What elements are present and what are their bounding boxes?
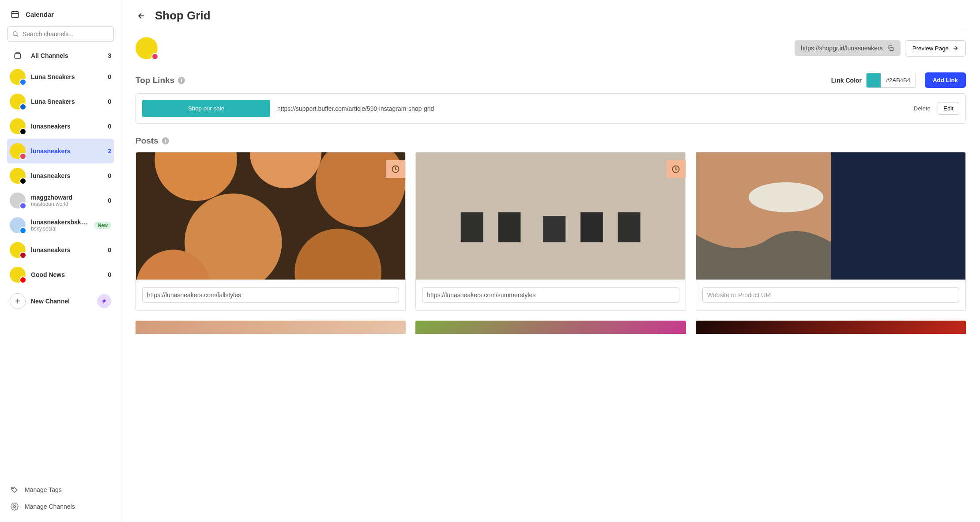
scheduled-badge — [666, 160, 686, 178]
tag-icon — [11, 486, 19, 494]
avatar — [10, 217, 26, 233]
svg-point-7 — [12, 488, 13, 489]
channel-row-active[interactable]: lunasneakers 2 — [7, 139, 114, 163]
avatar — [10, 242, 26, 258]
channel-row[interactable]: Luna Sneakers 0 — [7, 64, 114, 89]
svg-point-28 — [748, 182, 823, 212]
avatar — [10, 143, 26, 159]
svg-point-4 — [13, 32, 17, 36]
post-card[interactable] — [696, 321, 966, 334]
manage-channels-link[interactable]: Manage Channels — [7, 498, 114, 515]
copy-icon — [887, 45, 894, 52]
post-image — [136, 152, 405, 280]
channel-row[interactable]: maggzhoward mastodon.world 0 — [7, 188, 114, 213]
preview-label: Preview Page — [912, 45, 949, 52]
posts-header: Posts i — [136, 136, 966, 146]
info-icon[interactable]: i — [162, 137, 169, 144]
channel-row[interactable]: lunasneakersbsky… bsky.social New — [7, 213, 114, 238]
profile-avatar[interactable] — [136, 37, 158, 59]
post-card[interactable] — [136, 152, 406, 311]
avatar — [10, 69, 26, 85]
search-icon — [12, 30, 19, 38]
mastodon-icon — [19, 202, 26, 209]
post-image — [416, 152, 685, 280]
arrow-right-icon — [952, 45, 958, 51]
top-links-header: Top Links i Link Color #2AB4B4 Add Link — [136, 72, 966, 88]
channel-row[interactable]: lunasneakers 0 — [7, 163, 114, 188]
avatar — [10, 168, 26, 184]
post-card[interactable] — [415, 321, 686, 334]
calendar-link[interactable]: Calendar — [7, 4, 114, 24]
post-card[interactable] — [415, 152, 686, 311]
header: Shop Grid — [136, 9, 966, 29]
facebook-icon — [19, 79, 26, 86]
youtube-icon — [19, 276, 26, 284]
link-url: https://support.buffer.com/article/590-i… — [277, 105, 904, 112]
channels-icon — [10, 51, 26, 60]
post-card[interactable] — [136, 321, 406, 334]
svg-line-5 — [17, 35, 18, 37]
top-links-title: Top Links — [136, 76, 174, 85]
channel-name: maggzhoward — [31, 194, 102, 201]
shop-url: https://shopgr.id/lunasneakers — [801, 45, 883, 52]
svg-rect-27 — [831, 152, 965, 280]
svg-rect-20 — [461, 212, 483, 242]
channel-name: lunasneakers — [31, 148, 102, 155]
channel-name: lunasneakersbsky… — [31, 219, 89, 226]
post-url-input[interactable] — [422, 287, 679, 303]
manage-tags-link[interactable]: Manage Tags — [7, 481, 114, 498]
channel-row[interactable]: lunasneakers 0 — [7, 114, 114, 139]
channel-count: 0 — [108, 197, 111, 204]
channel-row[interactable]: Luna Sneakers 0 — [7, 89, 114, 114]
delete-link-button[interactable]: Delete — [911, 102, 934, 114]
channel-count: 0 — [108, 98, 111, 105]
svg-rect-22 — [543, 216, 566, 242]
calendar-label: Calendar — [26, 11, 54, 18]
channel-row[interactable]: Good News 0 — [7, 262, 114, 287]
svg-rect-23 — [580, 212, 603, 242]
back-button[interactable] — [136, 10, 148, 22]
post-url-input[interactable] — [702, 287, 959, 303]
channel-sub: mastodon.world — [31, 201, 102, 207]
avatar — [10, 118, 26, 134]
info-icon[interactable]: i — [178, 77, 185, 84]
channel-name: lunasneakers — [31, 172, 102, 179]
channel-count: 0 — [108, 73, 111, 80]
instagram-icon — [151, 53, 158, 60]
sidebar: Calendar All Channels 3 — [0, 0, 121, 522]
search-input[interactable] — [23, 30, 109, 38]
posts-title: Posts — [136, 136, 158, 146]
svg-rect-24 — [618, 212, 641, 242]
preview-page-button[interactable]: Preview Page — [905, 40, 966, 57]
channel-sub: bsky.social — [31, 226, 89, 232]
edit-link-button[interactable]: Edit — [938, 102, 959, 115]
add-link-button[interactable]: Add Link — [925, 72, 966, 88]
channel-count: 0 — [108, 246, 111, 253]
bolt-icon — [97, 294, 111, 308]
post-url-input[interactable] — [142, 287, 399, 303]
svg-rect-0 — [12, 11, 19, 17]
channel-name: lunasneakers — [31, 123, 102, 130]
svg-rect-21 — [498, 212, 521, 242]
scheduled-badge — [386, 160, 405, 178]
svg-point-8 — [14, 506, 16, 508]
bluesky-icon — [19, 227, 26, 234]
all-channels-row[interactable]: All Channels 3 — [7, 47, 114, 64]
svg-rect-9 — [890, 47, 893, 50]
link-preview-button[interactable]: Shop our sale — [142, 100, 270, 117]
main: Shop Grid https://shopgr.id/lunasneakers… — [121, 0, 980, 522]
tiktok-icon — [19, 178, 26, 185]
calendar-icon — [11, 10, 19, 19]
post-card[interactable] — [696, 152, 966, 311]
channel-count: 0 — [108, 123, 111, 130]
toolbar: https://shopgr.id/lunasneakers Preview P… — [136, 29, 966, 72]
search-input-wrap[interactable] — [7, 26, 114, 42]
channel-name: Good News — [31, 271, 102, 278]
color-picker[interactable]: #2AB4B4 — [866, 73, 916, 88]
new-channel-button[interactable]: + New Channel — [7, 287, 114, 315]
avatar — [10, 193, 26, 208]
link-card: Shop our sale https://support.buffer.com… — [136, 93, 966, 124]
channel-row[interactable]: lunasneakers 0 — [7, 238, 114, 262]
link-color-label: Link Color — [831, 77, 862, 84]
copy-url-button[interactable]: https://shopgr.id/lunasneakers — [795, 40, 901, 56]
